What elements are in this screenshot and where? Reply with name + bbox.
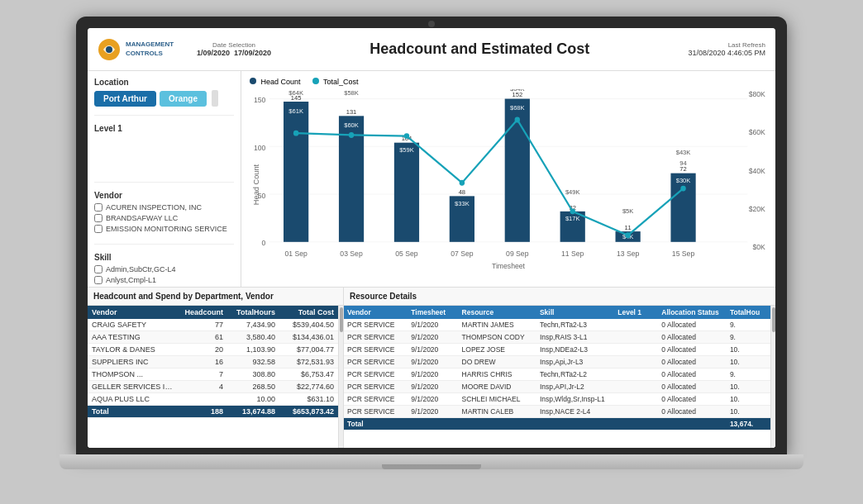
last-refresh: Last Refresh 31/08/2020 4:46:05 PM — [688, 41, 765, 57]
svg-text:13 Sep: 13 Sep — [617, 250, 639, 258]
vendor-checkbox-0[interactable] — [94, 203, 103, 212]
vendor-cell-hours: 1,103.90 — [227, 344, 279, 356]
rt-resource — [459, 418, 536, 430]
vendor-cell-name: AAA TESTING — [88, 331, 179, 344]
vendor-cell-name: TAYLOR & DANES — [88, 344, 179, 356]
svg-text:$40K: $40K — [749, 166, 765, 174]
vendor-cell-headcount: 4 — [179, 381, 227, 393]
svg-text:$60K: $60K — [749, 128, 765, 136]
location-orange-button[interactable]: Orange — [160, 91, 207, 107]
vendor-cell-cost: $22,774.60 — [279, 381, 338, 393]
line-dot-1 — [349, 132, 354, 138]
svg-text:$0K: $0K — [752, 243, 765, 251]
svg-text:0: 0 — [262, 239, 266, 247]
svg-text:48: 48 — [459, 188, 465, 196]
r-vendor: PCR SERVICE — [344, 319, 408, 331]
vendor-checkbox-1[interactable] — [94, 214, 103, 222]
page-title: Headcount and Estimated Cost — [288, 40, 671, 58]
date-selection-label: Date Selection — [212, 41, 255, 49]
r-skill: Techn,RTa2-L3 — [536, 319, 614, 331]
screen: MANAGEMENT CONTROLS Date Selection 1/09/… — [88, 28, 775, 448]
r-timesheet: 9/1/2020 — [408, 356, 458, 368]
r-level1 — [614, 344, 658, 356]
r-resource: MARTIN CALEB — [459, 406, 536, 418]
camera — [428, 21, 435, 27]
r-hours: 9. — [727, 319, 770, 331]
bottom-right-title: Resource Details — [344, 288, 775, 306]
location-scrollbar[interactable] — [212, 90, 218, 107]
svg-text:$17K: $17K — [565, 215, 580, 222]
r-level1 — [614, 393, 658, 406]
vendor-cell-name: CRAIG SAFETY — [88, 319, 179, 331]
vendor-table-row: SUPPLIERS INC 16 932.58 $72,531.93 — [88, 356, 338, 368]
legend-totalcost-dot — [312, 78, 319, 84]
rt-alloc — [658, 418, 727, 430]
r-resource: LOPEZ JOSE — [459, 344, 536, 356]
divider-3 — [94, 244, 234, 245]
svg-text:03 Sep: 03 Sep — [340, 250, 362, 258]
svg-text:$5K: $5K — [622, 207, 634, 215]
svg-text:94: 94 — [679, 159, 687, 167]
vendor-name-1: BRANDSAFWAY LLC — [106, 214, 178, 222]
line-dot-7 — [680, 186, 685, 192]
resource-total-row: Total 13,674. — [344, 418, 770, 430]
th-r-skill: Skill — [536, 306, 614, 319]
logo-icon — [98, 38, 121, 61]
r-alloc: 0 Allocated — [658, 344, 727, 356]
r-timesheet: 9/1/2020 — [408, 319, 458, 331]
skill-name-1: Anlyst,Cmpl-L1 — [106, 276, 156, 284]
vendor-cell-hours: 268.50 — [227, 381, 279, 393]
resource-table-scrollbar[interactable] — [770, 306, 775, 448]
r-level1 — [614, 331, 658, 344]
skill-item-0: Admin,SubCtr,GC-L4 — [94, 265, 234, 273]
vendor-cell-name: GELLER SERVICES INC — [88, 381, 179, 393]
vendor-section: Vendor ACUREN INSPECTION, INC BRANDSAFWA… — [94, 191, 234, 235]
r-resource: THOMPSON CODY — [459, 331, 536, 344]
vendor-cell-hours: 308.80 — [227, 368, 279, 381]
resource-table-row: PCR SERVICE 9/1/2020 LOPEZ JOSE Insp,NDE… — [344, 344, 770, 356]
th-r-level1: Level 1 — [614, 306, 658, 319]
r-level1 — [614, 381, 658, 393]
resource-table-container[interactable]: Vendor Timesheet Resource Skill Level 1 … — [344, 306, 770, 448]
vendor-cell-cost: $539,404.50 — [279, 319, 338, 331]
location-port-arthur-button[interactable]: Port Arthur — [94, 91, 156, 107]
skill-section: Skill Admin,SubCtr,GC-L4 Anlyst,Cmpl-L1 — [94, 253, 234, 287]
skill-checkbox-0[interactable] — [94, 265, 103, 273]
r-skill: Insp,RAIS 3-L1 — [536, 331, 614, 344]
vendor-checkbox-2[interactable] — [94, 225, 103, 233]
header: MANAGEMENT CONTROLS Date Selection 1/09/… — [88, 28, 775, 71]
vendor-name-2: EMISSION MONITORING SERVICE — [106, 225, 227, 233]
vendor-cell-cost: $72,531.93 — [279, 356, 338, 368]
r-timesheet: 9/1/2020 — [408, 393, 458, 406]
vendor-table-container[interactable]: Vendor Headcount TotalHours Total Cost C… — [88, 306, 338, 448]
svg-text:$58K: $58K — [344, 89, 359, 97]
main-content: Location Port Arthur Orange Level 1 — [88, 71, 775, 287]
svg-text:Timesheet: Timesheet — [492, 262, 525, 270]
svg-text:$60K: $60K — [344, 121, 359, 129]
vendor-cell-cost: $134,436.01 — [279, 331, 338, 344]
svg-text:11 Sep: 11 Sep — [561, 250, 584, 258]
svg-text:$49K: $49K — [565, 188, 580, 196]
date-selection: Date Selection 1/09/2020 17/09/2020 — [197, 41, 271, 57]
svg-text:$33K: $33K — [455, 200, 470, 207]
vendor-cell-hours: 7,434.90 — [227, 319, 279, 331]
svg-text:$59K: $59K — [399, 146, 414, 154]
vendor-cell-name: SUPPLIERS INC — [88, 356, 179, 368]
vendor-table-scrollbar[interactable] — [338, 306, 343, 448]
vendor-table-row: THOMPSON ... 7 308.80 $6,753.47 — [88, 368, 338, 381]
vendor-table-row: TAYLOR & DANES 20 1,103.90 $77,004.77 — [88, 344, 338, 356]
bottom-left-title: Headcount and Spend by Department, Vendo… — [88, 288, 343, 306]
svg-text:$68K: $68K — [510, 104, 525, 112]
r-skill: Insp,Wldg,Sr,Insp-L1 — [536, 393, 614, 406]
svg-text:$64K: $64K — [510, 89, 525, 93]
svg-text:Head Count: Head Count — [252, 164, 260, 205]
r-skill: Insp,NACE 2-L4 — [536, 406, 614, 418]
svg-text:$80K: $80K — [749, 90, 765, 98]
vendor-name-0: ACUREN INSPECTION, INC — [106, 203, 202, 212]
skill-checkbox-1[interactable] — [94, 276, 103, 284]
screen-bezel: MANAGEMENT CONTROLS Date Selection 1/09/… — [76, 17, 787, 454]
vendor-cell-cost: $6,753.47 — [279, 368, 338, 381]
vendor-cell-cost: $77,004.77 — [279, 344, 338, 356]
vendor-cell-headcount: 16 — [179, 356, 227, 368]
svg-text:150: 150 — [254, 96, 265, 104]
